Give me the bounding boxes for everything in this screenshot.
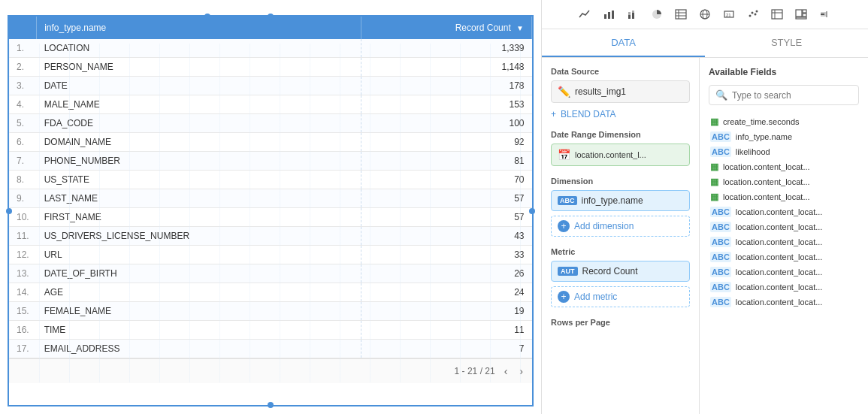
field-item[interactable]: ABC location.content_locat... — [709, 280, 859, 295]
date-range-label: Date Range Dimension — [551, 130, 690, 139]
rows-per-page-label: Rows per Page — [551, 318, 690, 327]
row-num: 8. — [9, 171, 37, 189]
data-table-wrapper: info_type.name Record Count ▼ 1. LOCATIO… — [8, 15, 534, 406]
svg-rect-21 — [772, 10, 782, 19]
row-num: 11. — [9, 227, 37, 246]
table-row: 12. URL 33 — [9, 246, 532, 264]
field-name: location.content_locat... — [736, 267, 823, 277]
field-item[interactable]: ABC location.content_locat... — [709, 204, 859, 219]
row-name: LOCATION — [37, 39, 361, 58]
table-row: 14. AGE 24 — [9, 283, 532, 302]
table-row: 8. US_STATE 70 — [9, 171, 532, 189]
field-item[interactable]: ABC location.content_locat... — [709, 295, 859, 310]
svg-rect-29 — [821, 14, 824, 15]
field-item[interactable]: ▦ location.content_locat... — [709, 174, 859, 189]
row-count: 1,148 — [361, 58, 532, 77]
row-name: MALE_NAME — [37, 95, 361, 114]
row-name: DATE — [37, 77, 361, 95]
field-item[interactable]: ▦ location.content_locat... — [709, 159, 859, 174]
data-source-box[interactable]: ✏️ results_img1 — [551, 80, 690, 103]
dimension-label: Dimension — [551, 177, 690, 186]
tab-style[interactable]: STYLE — [705, 29, 868, 57]
tab-data[interactable]: DATA — [542, 29, 705, 57]
metric-box[interactable]: AUT Record Count — [551, 261, 690, 282]
row-count: 26 — [361, 264, 532, 283]
text-field-icon: ABC — [710, 252, 731, 262]
field-name: location.content_locat... — [736, 252, 823, 261]
table-row: 1. LOCATION 1,339 — [9, 39, 532, 58]
field-item[interactable]: ▦ create_time.seconds — [709, 114, 859, 129]
dimension-section: Dimension ABC info_type.name + Add dimen… — [551, 177, 690, 237]
panel-body: Data Source ✏️ results_img1 + BLEND DATA… — [542, 58, 868, 414]
col-name-header[interactable]: info_type.name — [37, 17, 361, 39]
available-fields-title: Available Fields — [709, 67, 859, 77]
handle-bottom[interactable] — [268, 402, 274, 408]
text-field-icon: ABC — [710, 297, 731, 307]
date-range-box[interactable]: 📅 location.content_l... — [551, 144, 690, 166]
field-search-box[interactable]: 🔍 — [709, 85, 859, 105]
row-name: LAST_NAME — [37, 189, 361, 208]
dimension-box[interactable]: ABC info_type.name — [551, 190, 690, 211]
blend-data-button[interactable]: + BLEND DATA — [551, 109, 690, 119]
pagination-bar: 1 - 21 / 21 ‹ › — [9, 358, 532, 383]
row-name: FIRST_NAME — [37, 208, 361, 227]
date-range-section: Date Range Dimension 📅 location.content_… — [551, 130, 690, 166]
field-item[interactable]: ABC info_type.name — [709, 129, 859, 144]
field-item[interactable]: ABC location.content_locat... — [709, 264, 859, 280]
search-icon: 🔍 — [715, 89, 727, 101]
field-search-input[interactable] — [732, 90, 852, 101]
table-row: 11. US_DRIVERS_LICENSE_NUMBER 43 — [9, 227, 532, 246]
col-num-header — [9, 17, 37, 39]
row-count: 92 — [361, 133, 532, 152]
add-dimension-label: Add dimension — [574, 221, 634, 231]
add-dimension-button[interactable]: + Add dimension — [551, 216, 690, 237]
field-item[interactable]: ABC likelihood — [709, 144, 859, 159]
stacked-bar-icon[interactable] — [623, 5, 643, 24]
table-row: 13. DATE_OF_BIRTH 26 — [9, 264, 532, 283]
table-icon[interactable] — [671, 5, 691, 24]
field-name: create_time.seconds — [723, 117, 800, 126]
field-item[interactable]: ABC location.content_locat... — [709, 234, 859, 249]
field-item[interactable]: ABC location.content_locat... — [709, 249, 859, 264]
data-source-name: results_img1 — [575, 86, 683, 97]
metric-badge: AUT — [558, 267, 578, 276]
field-name: location.content_locat... — [736, 222, 823, 231]
handle-right[interactable] — [529, 208, 535, 214]
pie-chart-icon[interactable] — [647, 5, 667, 24]
bullet-chart-icon[interactable] — [815, 5, 835, 24]
handle-mid-col[interactable] — [204, 14, 210, 20]
col-count-header[interactable]: Record Count ▼ — [361, 17, 532, 39]
blend-plus-icon: + — [551, 109, 556, 119]
svg-rect-26 — [803, 14, 806, 17]
scatter-chart-icon[interactable] — [743, 5, 763, 24]
row-count: 57 — [361, 189, 532, 208]
treemap-icon[interactable] — [791, 5, 811, 24]
row-num: 7. — [9, 152, 37, 171]
geo-chart-icon[interactable] — [695, 5, 715, 24]
pagination-prev[interactable]: ‹ — [501, 364, 511, 379]
metric-section: Metric AUT Record Count + Add metric — [551, 247, 690, 307]
svg-rect-27 — [796, 17, 806, 19]
row-count: 19 — [361, 302, 532, 321]
field-name: location.content_locat... — [723, 192, 810, 201]
handle-top[interactable] — [268, 14, 274, 20]
handle-left[interactable] — [6, 208, 12, 214]
row-num: 14. — [9, 283, 37, 302]
row-count: 81 — [361, 152, 532, 171]
field-item[interactable]: ABC location.content_locat... — [709, 219, 859, 234]
table-row: 5. FDA_CODE 100 — [9, 114, 532, 133]
line-chart-icon[interactable] — [575, 5, 594, 24]
svg-rect-3 — [628, 12, 631, 15]
bar-chart-icon[interactable] — [599, 5, 618, 24]
pagination-text: 1 - 21 / 21 — [455, 366, 495, 376]
pivot-table-icon[interactable] — [767, 5, 787, 24]
text-field-icon: ABC — [710, 222, 731, 232]
row-count: 70 — [361, 171, 532, 189]
scorecard-icon[interactable]: 21 — [719, 5, 739, 24]
svg-rect-0 — [604, 14, 606, 19]
field-item[interactable]: ▦ location.content_locat... — [709, 189, 859, 204]
add-metric-button[interactable]: + Add metric — [551, 286, 690, 307]
pagination-next[interactable]: › — [516, 364, 526, 379]
row-count: 11 — [361, 321, 532, 340]
data-source-label: Data Source — [551, 67, 690, 76]
